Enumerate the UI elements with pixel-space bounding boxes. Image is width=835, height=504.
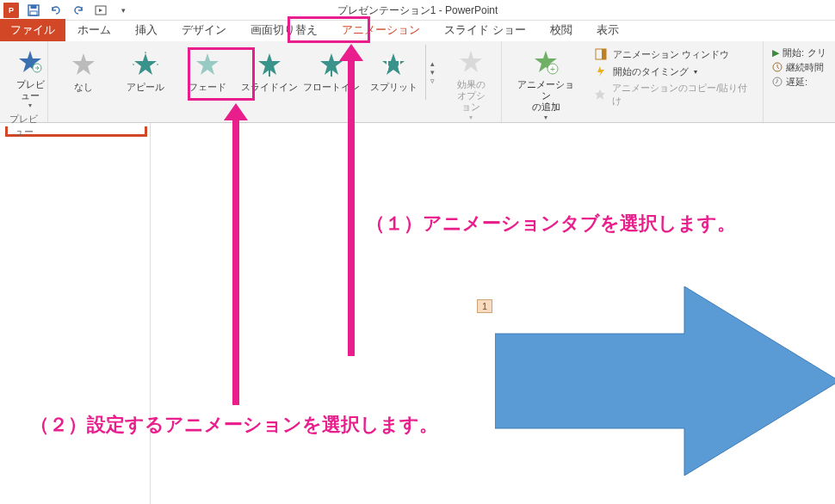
pointer-arrow-tab — [348, 59, 355, 356]
anim-item-split[interactable]: スプリット — [363, 45, 424, 100]
app-logo: P — [2, 1, 21, 20]
svg-marker-18 — [460, 51, 482, 72]
quick-access-toolbar: P ▾ プレゼンテーション1 - PowerPoint — [0, 0, 835, 21]
svg-rect-23 — [602, 49, 606, 59]
pointer-arrow-fade — [232, 119, 239, 405]
annotation-step1: （１）アニメーションタブを選択します。 — [366, 211, 736, 237]
ribbon-group-animation: なし アピール フェード スライドイン フロートイン — [48, 41, 502, 122]
anim-item-none[interactable]: なし — [53, 45, 114, 100]
anim-item-fade[interactable]: フェード — [177, 45, 238, 100]
window-title: プレゼンテーション1 - PowerPoint — [337, 3, 498, 18]
tab-transitions[interactable]: 画面切り替え — [238, 19, 330, 41]
animation-gallery: なし アピール フェード スライドイン フロートイン — [53, 45, 439, 100]
ribbon-group-advanced: + アニメーション の追加 ▾ アニメーション ウィンドウ 開始のタイミング ▾… — [502, 41, 764, 122]
svg-marker-7 — [134, 53, 157, 75]
svg-marker-15 — [382, 53, 405, 75]
redo-icon[interactable] — [69, 1, 88, 20]
preview-label: プレビュー — [12, 79, 48, 101]
add-animation-icon: + — [533, 46, 559, 77]
slide-arrow-shape[interactable] — [495, 286, 835, 476]
play-icon: ▶ — [772, 47, 779, 58]
tab-file[interactable]: ファイル — [0, 19, 65, 41]
preview-group-label: プレビュー — [5, 111, 42, 138]
svg-marker-27 — [495, 286, 835, 476]
tab-view[interactable]: 表示 — [584, 19, 631, 41]
tab-slideshow[interactable]: スライド ショー — [432, 19, 538, 41]
svg-marker-11 — [196, 53, 219, 75]
trigger-icon — [594, 65, 608, 78]
pane-icon — [594, 47, 608, 61]
delay-icon — [772, 77, 782, 89]
svg-marker-6 — [72, 53, 95, 75]
effect-options-icon — [458, 46, 484, 77]
qat-customize-icon[interactable]: ▾ — [114, 1, 133, 20]
anim-item-flyin[interactable]: スライドイン — [239, 45, 300, 100]
tab-insert[interactable]: 挿入 — [123, 19, 170, 41]
painter-icon — [594, 88, 608, 101]
main-area: （１）アニメーションタブを選択します。 （２）設定するアニメーションを選択します… — [0, 123, 835, 504]
ribbon-group-preview: プレビュー ▾ プレビュー — [0, 41, 48, 122]
save-icon[interactable] — [24, 1, 43, 20]
start-from-beginning-icon[interactable] — [91, 1, 110, 20]
tab-animations[interactable]: アニメーション — [330, 19, 432, 41]
tab-home[interactable]: ホーム — [65, 19, 123, 41]
ribbon: プレビュー ▾ プレビュー なし アピール フェード — [0, 41, 835, 123]
ribbon-group-timing: ▶ 開始: クリ 継続時間 遅延: — [764, 41, 835, 122]
preview-star-icon — [17, 46, 43, 77]
undo-icon[interactable] — [46, 1, 65, 20]
anim-item-appear[interactable]: アピール — [115, 45, 176, 100]
effect-options-button: 効果の オプション ▾ — [446, 45, 496, 123]
tab-design[interactable]: デザイン — [170, 19, 238, 41]
annotation-step2: （２）設定するアニメーションを選択します。 — [30, 412, 438, 438]
timing-start[interactable]: ▶ 開始: クリ — [772, 46, 826, 59]
animation-pane-button[interactable]: アニメーション ウィンドウ — [592, 46, 754, 62]
animation-number-tag[interactable]: 1 — [477, 299, 492, 313]
svg-point-14 — [330, 65, 333, 69]
svg-rect-1 — [31, 5, 37, 9]
animation-painter-button: アニメーションのコピー/貼り付け — [592, 81, 754, 108]
trigger-button[interactable]: 開始のタイミング ▾ — [592, 64, 754, 79]
clock-icon — [772, 62, 782, 74]
ribbon-tabs: ファイル ホーム 挿入 デザイン 画面切り替え アニメーション スライド ショー… — [0, 21, 835, 41]
slide-canvas[interactable]: （１）アニメーションタブを選択します。 （２）設定するアニメーションを選択します… — [151, 123, 835, 504]
svg-marker-24 — [595, 89, 605, 100]
gallery-more-button[interactable]: ▴▾▿ — [425, 45, 439, 100]
slide-panel[interactable] — [0, 123, 151, 504]
timing-duration[interactable]: 継続時間 — [772, 61, 826, 74]
svg-text:+: + — [550, 65, 555, 74]
add-animation-button[interactable]: + アニメーション の追加 ▾ — [507, 45, 585, 123]
dropdown-caret-icon: ▾ — [28, 101, 32, 109]
timing-delay[interactable]: 遅延: — [772, 76, 826, 89]
tab-review[interactable]: 校閲 — [538, 19, 584, 41]
